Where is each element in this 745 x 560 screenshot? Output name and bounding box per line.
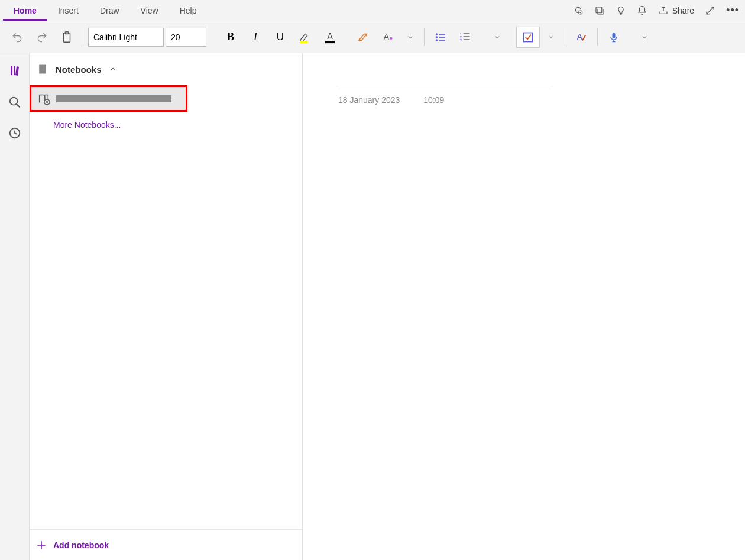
more-notebooks-link[interactable]: More Notebooks... (30, 112, 302, 138)
chevron-up-icon (109, 65, 117, 73)
separator (597, 28, 598, 46)
svg-rect-25 (39, 65, 46, 74)
bold-button[interactable]: B (219, 27, 242, 48)
svg-rect-13 (439, 40, 445, 41)
svg-point-10 (436, 39, 438, 41)
sync-status-icon[interactable] (573, 5, 584, 16)
svg-rect-27 (38, 69, 40, 70)
notebook-icon (37, 63, 48, 75)
styles-dropdown[interactable] (401, 27, 419, 48)
title-actions: Share ••• (573, 4, 739, 17)
svg-rect-19 (464, 39, 470, 40)
font-size-input[interactable] (166, 28, 206, 47)
separator (511, 28, 511, 46)
ink-to-text-button[interactable]: A (570, 27, 592, 48)
share-button[interactable]: Share (658, 5, 694, 16)
tab-help-label: Help (180, 6, 197, 15)
underline-button[interactable]: U (269, 27, 291, 48)
clipboard-button[interactable] (56, 27, 78, 48)
dictate-dropdown[interactable] (636, 27, 653, 48)
svg-text:3: 3 (460, 38, 462, 41)
tab-insert[interactable]: Insert (47, 0, 89, 21)
feed-icon[interactable] (594, 5, 605, 16)
font-name-input[interactable] (88, 28, 164, 47)
ribbon-toolbar: B I U A A 123 A (0, 21, 745, 53)
separator (424, 28, 425, 46)
svg-text:A: A (384, 32, 390, 41)
tab-home[interactable]: Home (3, 0, 47, 21)
separator (565, 28, 565, 46)
add-notebook-button[interactable]: Add notebook (30, 529, 302, 560)
notebook-sync-icon (37, 92, 50, 105)
numbered-list-button[interactable]: 123 (454, 27, 477, 48)
plus-icon (35, 539, 47, 551)
svg-rect-1 (596, 7, 602, 13)
notebooks-header[interactable]: Notebooks (30, 53, 302, 85)
italic-button[interactable]: I (244, 27, 267, 48)
tab-draw[interactable]: Draw (89, 0, 130, 21)
main-area: Notebooks More Notebooks... Add notebook (0, 53, 745, 560)
svg-rect-4 (300, 41, 308, 43)
svg-point-29 (44, 99, 50, 104)
list-dropdown[interactable] (488, 27, 506, 48)
bell-icon[interactable] (637, 5, 647, 16)
share-label: Share (672, 6, 694, 15)
notebooks-nav-button[interactable] (8, 64, 22, 78)
svg-rect-28 (38, 71, 40, 72)
svg-rect-6 (325, 41, 335, 43)
clear-formatting-button[interactable] (352, 27, 374, 48)
tab-home-label: Home (14, 6, 37, 15)
svg-point-8 (436, 33, 438, 35)
add-notebook-label: Add notebook (53, 540, 109, 550)
notebook-item[interactable] (30, 85, 187, 112)
dictate-button[interactable] (603, 27, 625, 48)
fullscreen-icon[interactable] (705, 5, 715, 16)
svg-point-9 (436, 36, 438, 38)
svg-rect-12 (439, 37, 445, 38)
notebook-name-redacted (56, 95, 171, 102)
bullet-list-button[interactable] (429, 27, 452, 48)
svg-rect-26 (38, 66, 40, 67)
more-options-button[interactable]: ••• (726, 4, 739, 17)
svg-rect-18 (464, 36, 470, 37)
svg-rect-20 (524, 33, 533, 41)
svg-text:A: A (577, 32, 583, 41)
notebooks-title: Notebooks (56, 64, 102, 75)
tab-view[interactable]: View (130, 0, 169, 21)
svg-rect-22 (613, 33, 616, 38)
svg-rect-11 (439, 34, 445, 35)
menu-tabs: Home Insert Draw View Help (3, 0, 207, 21)
note-date: 18 January 2023 (338, 95, 400, 105)
note-canvas[interactable]: 18 January 2023 10:09 (303, 53, 745, 560)
tags-dropdown[interactable] (542, 27, 560, 48)
svg-rect-17 (464, 33, 470, 34)
note-metadata: 18 January 2023 10:09 (338, 89, 551, 105)
share-icon (658, 5, 669, 16)
tab-view-label: View (141, 6, 158, 15)
svg-text:A: A (327, 31, 333, 40)
font-color-button[interactable]: A (319, 27, 341, 48)
redo-button[interactable] (31, 27, 53, 48)
separator (83, 28, 83, 46)
recent-nav-button[interactable] (8, 127, 21, 140)
styles-button[interactable]: A (377, 27, 399, 48)
notebooks-panel: Notebooks More Notebooks... Add notebook (30, 53, 303, 560)
todo-tag-button[interactable] (516, 27, 540, 48)
menu-bar: Home Insert Draw View Help Share ••• (0, 0, 745, 21)
search-nav-button[interactable] (8, 96, 21, 109)
undo-button[interactable] (6, 27, 28, 48)
note-time: 10:09 (423, 95, 444, 105)
highlight-button[interactable] (294, 27, 316, 48)
nav-rail (0, 53, 30, 560)
tab-insert-label: Insert (58, 6, 79, 15)
lightbulb-icon[interactable] (616, 5, 626, 16)
more-notebooks-label: More Notebooks... (53, 120, 121, 130)
tab-help[interactable]: Help (169, 0, 208, 21)
svg-point-23 (9, 98, 17, 105)
tab-draw-label: Draw (100, 6, 119, 15)
